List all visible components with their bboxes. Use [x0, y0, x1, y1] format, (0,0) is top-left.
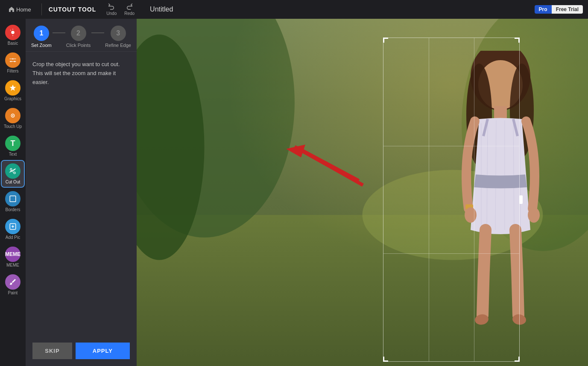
sidebar-item-addpic[interactable]: Add Pic: [2, 216, 24, 242]
tool-panel: 1 Set Zoom 2 Click Points 3 Refine Edge: [26, 19, 137, 366]
svg-point-13: [12, 115, 14, 116]
topbar: Home CUTOUT TOOL Undo Redo Untitled Pro …: [0, 0, 588, 19]
meme-icon: MEME: [5, 247, 20, 262]
main-area: Basic Filters Graphics Touch Up T Text: [0, 19, 588, 366]
sidebar-item-text[interactable]: T Text: [2, 133, 24, 159]
svg-marker-11: [10, 85, 16, 91]
touchup-icon: [5, 108, 20, 123]
sidebar: Basic Filters Graphics Touch Up T Text: [0, 19, 26, 366]
graphics-icon: [5, 80, 20, 96]
panel-content: Crop the object you want to cut out. Thi…: [26, 52, 137, 336]
sidebar-item-graphics[interactable]: Graphics: [2, 78, 24, 104]
undo-redo-group: Undo Redo: [103, 2, 138, 17]
step-1-circle: 1: [34, 26, 49, 41]
step-3: 3 Refine Edge: [105, 26, 131, 48]
text-icon: T: [5, 136, 20, 151]
touchup-label: Touch Up: [4, 124, 22, 129]
redo-button[interactable]: Redo: [121, 2, 138, 17]
borders-label: Borders: [5, 207, 20, 212]
step-3-label: Refine Edge: [105, 43, 131, 48]
paint-icon: [5, 274, 20, 290]
borders-icon: [5, 191, 20, 206]
pro-badge[interactable]: Pro: [535, 5, 552, 14]
addpic-label: Add Pic: [6, 235, 20, 240]
crop-handle-right[interactable]: [519, 195, 523, 204]
step-connector-1: [53, 32, 65, 33]
instruction-text: Crop the object you want to cut out. Thi…: [32, 60, 130, 87]
svg-point-0: [11, 31, 15, 34]
canvas-area[interactable]: [137, 19, 588, 366]
basic-label: Basic: [8, 41, 18, 46]
cutout-label: Cut Out: [6, 180, 20, 184]
sidebar-item-cutout[interactable]: Cut Out: [2, 161, 24, 187]
step-wizard: 1 Set Zoom 2 Click Points 3 Refine Edge: [26, 19, 137, 52]
grid-h-1: [383, 146, 519, 146]
step-3-circle: 3: [111, 26, 126, 41]
cutout-icon: [5, 163, 20, 179]
grid-v-2: [474, 38, 474, 361]
crop-box: [383, 38, 520, 362]
pro-free-trial-group: Pro Free Trial: [535, 5, 583, 14]
sidebar-item-filters[interactable]: Filters: [2, 50, 24, 76]
svg-rect-15: [10, 196, 16, 202]
svg-point-4: [12, 58, 14, 60]
sidebar-item-paint[interactable]: Paint: [2, 272, 24, 298]
sidebar-item-basic[interactable]: Basic: [2, 22, 24, 48]
skip-button[interactable]: SKIP: [32, 343, 72, 359]
paint-label: Paint: [8, 290, 18, 295]
doc-title: Untitled: [150, 6, 173, 13]
filters-label: Filters: [7, 69, 18, 73]
basic-icon: [5, 25, 20, 40]
text-label: Text: [9, 152, 17, 157]
filters-icon: [5, 52, 20, 68]
crop-corner-tl[interactable]: [383, 38, 388, 43]
tool-title: CUTOUT TOOL: [49, 6, 97, 13]
graphics-label: Graphics: [4, 96, 21, 101]
step-connector-2: [91, 32, 104, 33]
step-2-circle: 2: [71, 26, 86, 41]
grid-v-1: [429, 38, 429, 361]
step-2-label: Click Points: [66, 43, 91, 48]
free-trial-badge[interactable]: Free Trial: [552, 5, 583, 14]
crop-corner-bl[interactable]: [383, 357, 388, 362]
divider: [41, 3, 42, 15]
meme-label: MEME: [6, 263, 19, 267]
crop-corner-tr[interactable]: [515, 38, 520, 43]
step-1-label: Set Zoom: [31, 43, 52, 48]
step-1: 1 Set Zoom: [31, 26, 52, 48]
sidebar-item-borders[interactable]: Borders: [2, 189, 24, 215]
home-button[interactable]: Home: [5, 5, 35, 15]
undo-button[interactable]: Undo: [103, 2, 120, 17]
svg-point-33: [528, 207, 540, 223]
step-2: 2 Click Points: [66, 26, 91, 48]
svg-line-3: [10, 30, 11, 30]
grid-h-2: [383, 253, 519, 254]
action-buttons: SKIP APPLY: [26, 336, 137, 366]
svg-point-5: [10, 61, 12, 62]
addpic-icon: [5, 219, 20, 234]
apply-button[interactable]: APPLY: [76, 343, 130, 359]
sidebar-item-meme[interactable]: MEME MEME: [2, 244, 24, 270]
home-label: Home: [16, 6, 31, 13]
crop-corner-br[interactable]: [515, 357, 520, 362]
sidebar-item-touchup[interactable]: Touch Up: [2, 105, 24, 131]
